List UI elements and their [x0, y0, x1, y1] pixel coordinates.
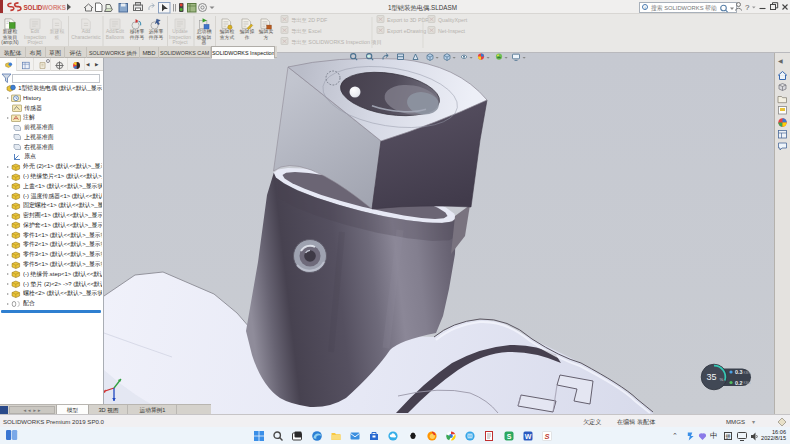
- svg-text:Net-Inspect: Net-Inspect: [438, 28, 466, 34]
- svg-text:0.3: 0.3: [735, 369, 743, 375]
- svg-text:板编辑: 板编辑: [197, 35, 212, 40]
- svg-text:%: %: [720, 377, 724, 382]
- svg-text:W: W: [524, 432, 531, 439]
- svg-text:Update: Update: [172, 29, 188, 34]
- svg-text:35: 35: [706, 372, 716, 382]
- svg-text:Balloons: Balloons: [106, 35, 125, 40]
- svg-text:查项目: 查项目: [3, 35, 17, 40]
- svg-text:Inspection: Inspection: [24, 35, 46, 40]
- svg-text:Inspection: Inspection: [169, 35, 191, 40]
- svg-text:导出至 Excel: 导出至 Excel: [291, 28, 321, 34]
- svg-text:导出至 SOLIDWORKS Inspection 项目: 导出至 SOLIDWORKS Inspection 项目: [291, 39, 382, 46]
- svg-text:(amp;N): (amp;N): [1, 40, 19, 45]
- svg-text:KB/s: KB/s: [744, 371, 751, 375]
- svg-text:Project: Project: [173, 40, 189, 45]
- svg-text:S: S: [506, 432, 511, 439]
- svg-text:导出至 2D PDF: 导出至 2D PDF: [291, 17, 328, 23]
- svg-text:0.2: 0.2: [735, 380, 743, 386]
- svg-text:S: S: [544, 431, 549, 440]
- svg-text:Characteristic: Characteristic: [71, 35, 101, 40]
- svg-text:Add/Edit: Add/Edit: [106, 29, 125, 34]
- svg-text:QualityXpert: QualityXpert: [438, 17, 468, 23]
- svg-text:编辑操: 编辑操: [240, 28, 255, 34]
- svg-text:方: 方: [264, 34, 269, 41]
- svg-text:器: 器: [202, 40, 207, 46]
- svg-text:编辑检: 编辑检: [220, 28, 235, 34]
- svg-text:SOLIDWORKS: SOLIDWORKS: [24, 4, 66, 11]
- svg-text:件序号: 件序号: [129, 34, 145, 40]
- svg-text:Project: Project: [28, 40, 44, 45]
- svg-text:KB/s: KB/s: [744, 381, 751, 385]
- svg-text:件序号: 件序号: [148, 34, 164, 40]
- svg-text:作: 作: [245, 35, 250, 40]
- svg-text:查方式: 查方式: [220, 34, 235, 41]
- svg-text:编辑卖: 编辑卖: [259, 29, 274, 34]
- svg-text:Export eDrawing: Export eDrawing: [387, 28, 426, 34]
- svg-text:Edit: Edit: [31, 29, 40, 34]
- svg-text:?: ?: [745, 3, 750, 12]
- svg-text:板: 板: [55, 35, 60, 40]
- svg-text:Add: Add: [82, 29, 91, 34]
